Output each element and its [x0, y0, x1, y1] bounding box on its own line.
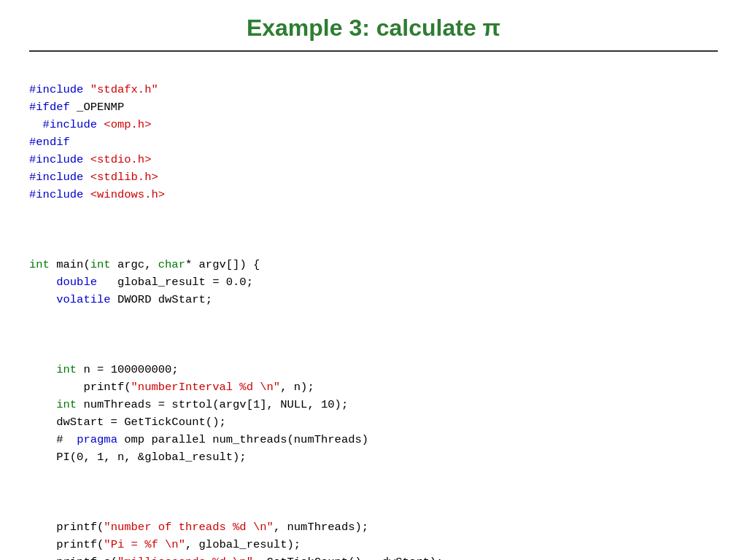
page-title: Example 3: calculate π [29, 15, 718, 42]
line-pragma: # pragma omp parallel num_threads(numThr… [29, 433, 368, 446]
line-include-stdafx: #include "stdafx.h" [29, 83, 158, 96]
line-include-windows: #include <windows.h> [29, 188, 165, 201]
line-main-sig: int main(int argc, char* argv[]) { [29, 258, 260, 271]
line-int-n: int n = 100000000; [29, 363, 179, 376]
title-divider [29, 50, 718, 52]
line-printf-interval: printf("numberInterval %d \n", n); [29, 381, 314, 394]
line-printf-pi: printf("Pi = %f \n", global_result); [29, 538, 301, 551]
page-container: Example 3: calculate π #include "stdafx.… [0, 0, 747, 560]
line-printf-threads: printf("number of threads %d \n", numThr… [29, 521, 368, 534]
line-double-decl: double global_result = 0.0; [29, 276, 253, 289]
line-int-numthreads: int numThreads = strtol(argv[1], NULL, 1… [29, 398, 348, 411]
line-include-omp: #include <omp.h> [29, 118, 151, 131]
line-volatile-decl: volatile DWORD dwStart; [29, 293, 212, 306]
line-ifdef: #ifdef _OPENMP [29, 101, 124, 114]
line-pi-call: PI(0, 1, n, &global_result); [29, 451, 247, 464]
line-endif: #endif [29, 136, 70, 149]
code-block: #include "stdafx.h" #ifdef _OPENMP #incl… [29, 63, 718, 560]
line-dwstart: dwStart = GetTickCount(); [29, 416, 226, 429]
line-printf-ms: printf_s("milliseconds %d \n", GetTickCo… [29, 556, 443, 560]
line-include-stdio: #include <stdio.h> [29, 153, 151, 166]
line-include-stdlib: #include <stdlib.h> [29, 171, 158, 184]
